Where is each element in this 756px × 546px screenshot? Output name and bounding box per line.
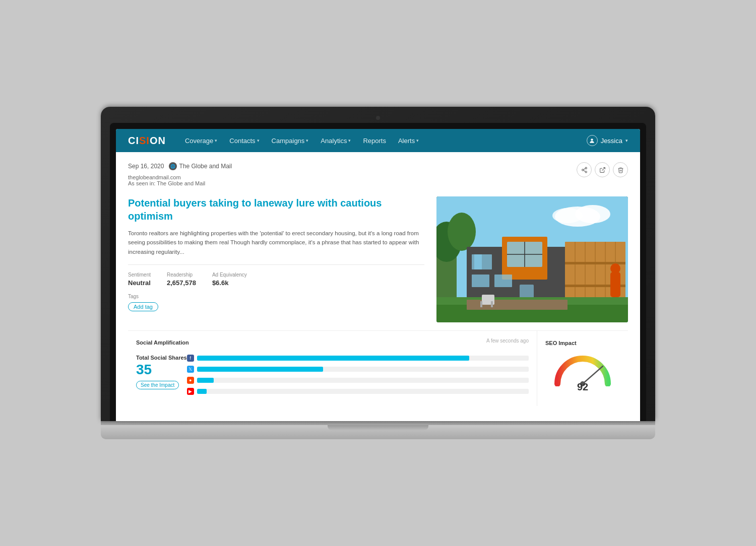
reddit-bar-row: ● bbox=[187, 377, 529, 384]
nav-alerts-chevron: ▾ bbox=[416, 138, 419, 143]
nav-contacts[interactable]: Contacts ▾ bbox=[224, 135, 264, 147]
ad-equiv-stat: Ad Equivalency $6.6k bbox=[212, 272, 247, 287]
svg-point-13 bbox=[448, 213, 476, 251]
article-text-column: Potential buyers taking to laneway lure … bbox=[128, 196, 424, 322]
add-tag-button[interactable]: Add tag bbox=[128, 302, 158, 311]
nav-username: Jessica bbox=[601, 137, 622, 145]
svg-rect-36 bbox=[480, 301, 482, 307]
sentiment-value: Neutral bbox=[128, 279, 151, 287]
twitter-bar-row: 𝕏 bbox=[187, 366, 529, 373]
nav-user-chevron: ▾ bbox=[625, 138, 628, 143]
article-image bbox=[436, 196, 628, 322]
shares-info: Total Social Shares 35 See the Impact bbox=[136, 355, 187, 389]
twitter-bar-track bbox=[197, 367, 529, 372]
see-impact-button[interactable]: See the Impact bbox=[136, 381, 179, 389]
social-bars: f 𝕏 bbox=[187, 355, 529, 399]
ad-equiv-value: $6.6k bbox=[212, 279, 247, 287]
laptop-notch bbox=[328, 425, 428, 430]
nav-analytics-label: Analytics bbox=[321, 137, 347, 145]
nav-user[interactable]: Jessica ▾ bbox=[587, 135, 628, 146]
laptop-top: CISION Coverage ▾ Contacts ▾ Campaigns bbox=[101, 107, 655, 421]
tags-row: Tags Add tag bbox=[128, 294, 424, 311]
article-divider bbox=[128, 264, 424, 265]
nav-campaigns-label: Campaigns bbox=[272, 137, 305, 145]
tags-label: Tags bbox=[128, 294, 424, 299]
nav-coverage-chevron: ▾ bbox=[215, 138, 217, 143]
svg-rect-38 bbox=[610, 272, 620, 297]
svg-rect-20 bbox=[474, 254, 482, 269]
external-link-button[interactable] bbox=[595, 162, 610, 177]
social-section-title: Social Amplification bbox=[136, 339, 189, 346]
logo-si: SI bbox=[139, 135, 150, 146]
nav-alerts-label: Alerts bbox=[398, 137, 415, 145]
nav-analytics-chevron: ▾ bbox=[348, 138, 351, 143]
article-stats: Sentiment Neutral Readership 2,657,578 A… bbox=[128, 272, 424, 287]
globe-icon: 🌐 bbox=[169, 162, 177, 170]
youtube-bar-row: ▶ bbox=[187, 388, 529, 395]
nav-contacts-chevron: ▾ bbox=[257, 138, 260, 143]
publication-name: The Globe and Mail bbox=[179, 163, 232, 170]
as-seen-in: As seen in: The Globe and Mail bbox=[128, 180, 232, 186]
facebook-bar-fill bbox=[197, 356, 469, 361]
article-header-row: Sep 16, 2020 🌐 The Globe and Mail theglo… bbox=[128, 162, 628, 193]
article-meta-line: Sep 16, 2020 🌐 The Globe and Mail bbox=[128, 162, 232, 170]
svg-rect-21 bbox=[472, 275, 489, 287]
seo-gauge-score: 92 bbox=[577, 381, 588, 393]
shares-count: 35 bbox=[136, 363, 187, 377]
svg-line-4 bbox=[583, 170, 585, 171]
article-image-column bbox=[436, 196, 628, 322]
nav-alerts[interactable]: Alerts ▾ bbox=[393, 135, 424, 147]
laptop-hinge bbox=[101, 421, 655, 425]
reddit-bar-track bbox=[197, 378, 529, 383]
share-button[interactable] bbox=[577, 162, 592, 177]
seo-gauge-container: 92 bbox=[545, 351, 620, 393]
total-shares-label: Total Social Shares bbox=[136, 355, 187, 361]
article-source: theglobeandmail.com As seen in: The Glob… bbox=[128, 174, 232, 186]
social-timestamp: A few seconds ago bbox=[486, 338, 529, 344]
nav-coverage[interactable]: Coverage ▾ bbox=[180, 135, 222, 147]
logo-on: ON bbox=[150, 135, 166, 146]
seo-section-title: SEO Impact bbox=[545, 340, 577, 346]
publication: 🌐 The Globe and Mail bbox=[169, 162, 232, 170]
navbar: CISION Coverage ▾ Contacts ▾ Campaigns bbox=[116, 129, 640, 152]
svg-line-6 bbox=[602, 167, 605, 170]
readership-label: Readership bbox=[167, 272, 196, 278]
ad-equiv-label: Ad Equivalency bbox=[212, 272, 247, 278]
logo-ci: CI bbox=[128, 135, 139, 146]
nav-reports-label: Reports bbox=[363, 137, 386, 145]
screen-content: CISION Coverage ▾ Contacts ▾ Campaigns bbox=[116, 129, 640, 421]
article-title: Potential buyers taking to laneway lure … bbox=[128, 196, 424, 223]
svg-point-10 bbox=[552, 208, 583, 223]
user-avatar-icon bbox=[587, 135, 598, 146]
youtube-bar-fill bbox=[197, 389, 207, 394]
twitter-bar-fill bbox=[197, 367, 323, 372]
facebook-icon: f bbox=[187, 355, 194, 362]
article-layout: Potential buyers taking to laneway lure … bbox=[128, 196, 628, 322]
svg-point-0 bbox=[591, 139, 593, 141]
article-meta: Sep 16, 2020 🌐 The Globe and Mail theglo… bbox=[128, 162, 232, 193]
readership-stat: Readership 2,657,578 bbox=[167, 272, 196, 287]
svg-rect-37 bbox=[491, 301, 493, 307]
delete-button[interactable] bbox=[613, 162, 628, 177]
logo: CISION bbox=[128, 135, 166, 147]
sentiment-stat: Sentiment Neutral bbox=[128, 272, 151, 287]
article-body: Toronto realtors are highlighting proper… bbox=[128, 229, 424, 256]
laptop-base bbox=[101, 425, 655, 439]
nav-campaigns[interactable]: Campaigns ▾ bbox=[267, 135, 314, 147]
svg-point-1 bbox=[585, 167, 587, 169]
nav-reports[interactable]: Reports bbox=[358, 135, 391, 147]
sentiment-label: Sentiment bbox=[128, 272, 151, 278]
content-area: Sep 16, 2020 🌐 The Globe and Mail theglo… bbox=[116, 152, 640, 416]
nav-coverage-label: Coverage bbox=[185, 137, 213, 145]
youtube-bar-track bbox=[197, 389, 529, 394]
youtube-icon: ▶ bbox=[187, 388, 194, 395]
readership-value: 2,657,578 bbox=[167, 279, 196, 287]
social-top-row: Total Social Shares 35 See the Impact f bbox=[136, 355, 529, 399]
nav-campaigns-chevron: ▾ bbox=[306, 138, 308, 143]
svg-point-3 bbox=[585, 171, 587, 172]
laptop-shell: CISION Coverage ▾ Contacts ▾ Campaigns bbox=[101, 107, 655, 439]
reddit-bar-fill bbox=[197, 378, 214, 383]
property-image-svg bbox=[436, 196, 628, 322]
nav-analytics[interactable]: Analytics ▾ bbox=[316, 135, 356, 147]
source-url: theglobeandmail.com bbox=[128, 174, 232, 180]
